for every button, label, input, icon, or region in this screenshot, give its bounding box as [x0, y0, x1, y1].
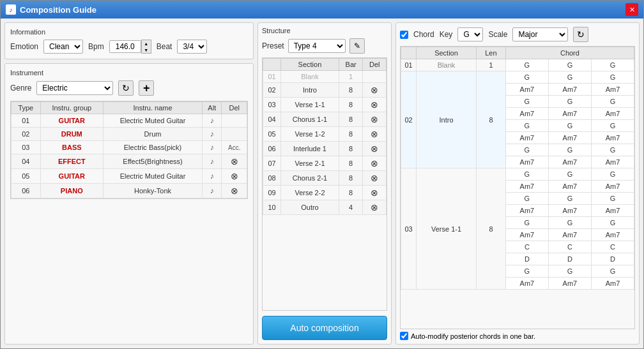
instrument-row: 06 PIANO Honky-Tonk ♪ ⊗ — [12, 184, 247, 198]
chord-cell[interactable]: Am7 — [548, 205, 591, 217]
structure-delete-button[interactable]: ⊗ — [371, 202, 378, 212]
chord-cell[interactable]: G — [591, 59, 634, 71]
delete-row-button[interactable]: ⊗ — [231, 171, 238, 181]
chord-cell[interactable]: G — [591, 144, 634, 156]
chord-title: Chord — [413, 30, 434, 39]
auto-composition-button[interactable]: Auto composition — [262, 316, 387, 340]
chord-cell[interactable]: Am7 — [505, 181, 548, 193]
auto-modify-checkbox[interactable] — [400, 332, 408, 340]
chord-cell[interactable]: Am7 — [505, 229, 548, 241]
chord-cell[interactable]: C — [591, 241, 634, 253]
chord-cell[interactable]: G — [505, 96, 548, 108]
bpm-down[interactable]: ▼ — [142, 47, 151, 53]
chord-cell[interactable]: Am7 — [591, 132, 634, 144]
chord-cell[interactable]: Am7 — [548, 229, 591, 241]
chord-cell[interactable]: Am7 — [548, 181, 591, 193]
preset-select[interactable]: Type 1 Type 2 Type 3 Type 4 — [288, 39, 346, 53]
chord-cell[interactable]: Am7 — [505, 205, 548, 217]
delete-row-button[interactable]: ⊗ — [231, 186, 238, 196]
chord-cell[interactable]: C — [505, 241, 548, 253]
music-note-icon[interactable]: ♪ — [210, 143, 214, 152]
chord-cell[interactable]: G — [591, 217, 634, 229]
delete-row-button[interactable]: ⊗ — [231, 156, 238, 167]
chord-cell[interactable]: Am7 — [505, 132, 548, 144]
chord-cell[interactable]: Am7 — [591, 205, 634, 217]
struct-col-bar: Bar — [339, 59, 362, 71]
chord-cell[interactable]: Am7 — [591, 181, 634, 193]
preset-label: Preset — [262, 41, 284, 50]
key-select[interactable]: G A B C D E F — [457, 27, 483, 41]
chord-cell[interactable]: Am7 — [548, 132, 591, 144]
chord-cell[interactable]: Am7 — [591, 229, 634, 241]
chord-cell[interactable]: D — [505, 253, 548, 265]
chord-cell[interactable]: Am7 — [591, 278, 634, 290]
chord-cell[interactable]: G — [548, 168, 591, 181]
music-note-icon[interactable]: ♪ — [210, 186, 214, 195]
chord-cell[interactable]: G — [548, 71, 591, 84]
chord-cell[interactable]: G — [505, 217, 548, 229]
chord-checkbox[interactable] — [400, 31, 408, 39]
preset-edit-button[interactable]: ✎ — [349, 38, 365, 54]
chord-cell[interactable]: Am7 — [505, 278, 548, 290]
chord-cell[interactable]: Am7 — [548, 84, 591, 96]
chord-cell[interactable]: G — [591, 120, 634, 132]
chord-cell[interactable]: Am7 — [591, 108, 634, 120]
chord-refresh-button[interactable]: ↻ — [573, 27, 588, 42]
genre-add-button[interactable]: + — [139, 80, 154, 96]
bpm-up[interactable]: ▲ — [142, 40, 151, 47]
chord-cell[interactable]: D — [548, 253, 591, 265]
chord-cell[interactable]: G — [548, 120, 591, 132]
right-panel: Chord Key G A B C D E F Scale Major Min — [395, 22, 640, 345]
music-note-icon[interactable]: ♪ — [210, 172, 214, 181]
chord-cell[interactable]: Am7 — [505, 84, 548, 96]
chord-cell[interactable]: Am7 — [505, 108, 548, 120]
chord-cell[interactable]: D — [591, 253, 634, 265]
chord-cell[interactable]: Am7 — [591, 156, 634, 168]
chord-cell[interactable]: G — [548, 265, 591, 278]
row-alt: ♪ — [203, 128, 222, 141]
chord-cell[interactable]: G — [505, 71, 548, 84]
chord-cell[interactable]: G — [591, 71, 634, 84]
structure-delete-button[interactable]: ⊗ — [371, 114, 378, 124]
music-note-icon[interactable]: ♪ — [210, 130, 214, 138]
chord-cell[interactable]: G — [548, 59, 591, 71]
chord-cell[interactable]: G — [548, 144, 591, 156]
music-note-icon[interactable]: ♪ — [210, 157, 214, 166]
structure-delete-button[interactable]: ⊗ — [371, 173, 378, 183]
chord-cell[interactable]: G — [591, 168, 634, 181]
chord-cell[interactable]: G — [505, 144, 548, 156]
beat-select[interactable]: 3/4 4/4 6/8 — [177, 40, 207, 54]
chord-cell[interactable]: G — [505, 193, 548, 205]
chord-cell[interactable]: G — [591, 193, 634, 205]
chord-cell[interactable]: G — [548, 193, 591, 205]
structure-row: 06 Interlude 1 8 ⊗ — [263, 142, 387, 156]
structure-delete-button[interactable]: ⊗ — [371, 100, 378, 110]
chord-cell[interactable]: G — [505, 59, 548, 71]
structure-delete-button[interactable]: ⊗ — [371, 158, 378, 168]
chord-cell[interactable]: Am7 — [548, 156, 591, 168]
chord-cell[interactable]: G — [505, 265, 548, 278]
chord-cell[interactable]: Am7 — [505, 156, 548, 168]
genre-select[interactable]: Electric Acoustic Classical Jazz — [36, 81, 113, 95]
chord-cell[interactable]: G — [548, 96, 591, 108]
chord-cell[interactable]: G — [505, 120, 548, 132]
structure-delete-button[interactable]: ⊗ — [371, 129, 378, 139]
structure-delete-button[interactable]: ⊗ — [371, 188, 378, 198]
structure-delete-button[interactable]: ⊗ — [371, 144, 378, 154]
chord-cell[interactable]: G — [591, 265, 634, 278]
bpm-input[interactable]: 146.0 — [109, 40, 141, 53]
emotion-select[interactable]: Clean Warm Bright Dark — [43, 40, 83, 54]
chord-cell[interactable]: G — [505, 168, 548, 181]
genre-refresh-button[interactable]: ↻ — [118, 80, 134, 96]
chord-cell[interactable]: C — [548, 241, 591, 253]
music-note-icon[interactable]: ♪ — [210, 116, 214, 125]
chord-cell[interactable]: Am7 — [548, 108, 591, 120]
chord-cell[interactable]: Am7 — [591, 84, 634, 96]
bpm-group: 146.0 ▲ ▼ — [109, 40, 151, 54]
close-button[interactable]: ✕ — [625, 3, 638, 16]
chord-cell[interactable]: G — [591, 96, 634, 108]
chord-cell[interactable]: Am7 — [548, 278, 591, 290]
structure-delete-button[interactable]: ⊗ — [371, 85, 378, 95]
chord-cell[interactable]: G — [548, 217, 591, 229]
scale-select[interactable]: Major Minor Pentatonic — [512, 27, 568, 41]
